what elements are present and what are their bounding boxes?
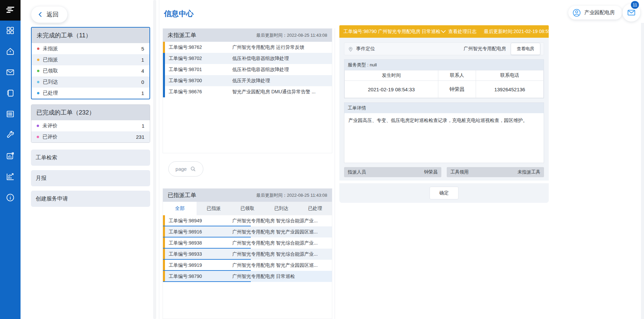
chevron-left-icon — [37, 11, 43, 18]
info-icon[interactable] — [5, 192, 15, 202]
order-row[interactable]: 工单编号:98676 智光产业园配电房 DMU通信异常告警 ... — [163, 86, 332, 97]
tab-all[interactable]: 全部 — [163, 202, 197, 215]
user-account-button[interactable]: 产业园配电房 — [568, 6, 622, 20]
mail-icon[interactable] — [5, 67, 15, 77]
order-id: 工单编号:98938 — [165, 240, 232, 246]
stat-count: 0 — [141, 79, 144, 85]
order-row[interactable]: 工单编号:98933 广州智光专用配电房 智光综合能源产业... — [163, 249, 332, 260]
order-row[interactable]: 工单编号:98949 广州智光专用配电房 智光综合能源产业... — [163, 215, 332, 226]
status-dot — [37, 59, 39, 61]
order-details-label: 工单详情 — [344, 103, 544, 113]
stat-row-unassigned[interactable]: 未指派 5 — [32, 43, 149, 54]
statistics-icon[interactable] — [5, 171, 15, 182]
view-log-label: 查看处理日志 — [448, 29, 477, 35]
sidebar-item-monthly-report[interactable]: 月报 — [31, 170, 150, 186]
assignee-label: 指派人员 — [348, 169, 366, 175]
service-info-block: 服务类型 : null 发生时间 联系人 联系电话 2021-02-19 08:… — [344, 59, 544, 98]
left-panel-scrollbar[interactable] — [153, 0, 156, 319]
stat-row-arrived[interactable]: 已到达 0 — [32, 76, 149, 88]
view-room-button[interactable]: 查看电房 — [511, 43, 540, 55]
tools-box: 工具领用 未指派工具 — [447, 167, 544, 177]
work-list-icon[interactable] — [5, 109, 15, 119]
event-location-row: 事件定位 广州智光专用配电房 查看电房 — [344, 42, 544, 55]
stat-label: 已指派 — [43, 57, 58, 63]
stat-label: 已处理 — [43, 90, 58, 96]
order-row[interactable]: 工单编号:98700 低压开关故障处理 — [163, 75, 332, 86]
user-name: 产业园配电房 — [584, 9, 615, 16]
order-row[interactable]: 工单编号:98938 广州智光专用配电房 智光综合能源产业... — [163, 237, 332, 249]
tab-arrived[interactable]: 已到达 — [264, 202, 298, 215]
last-updated: 最后更新时间：2022-08-25 11:43:08 — [256, 192, 327, 198]
service-type: 服务类型 : null — [344, 60, 544, 70]
order-details-text: 产业园高压、专变、低压电房定时巡检检查记录，充电桩充电站巡视检查，园区维护。 — [344, 113, 544, 163]
link-label: 月报 — [36, 175, 46, 182]
order-row-selected[interactable]: 工单编号:98790 广州智光专用配电房 日常巡检 — [163, 271, 332, 282]
sidebar-rail — [0, 0, 21, 319]
col-header-time: 发生时间 — [345, 70, 438, 81]
order-desc: 广州智光专用配电房 日常巡检 — [232, 274, 332, 280]
detail-footer: 确定 — [339, 181, 549, 203]
tab-assigned[interactable]: 已指派 — [197, 202, 230, 215]
unassigned-orders-panel: 未指派工单 最后更新时间：2022-08-25 11:43:08 工单编号:98… — [163, 28, 332, 153]
stat-row-claimed[interactable]: 已领取 4 — [32, 65, 149, 76]
view-log-link[interactable]: 查看处理日志 — [441, 29, 477, 35]
order-id: 工单编号:98701 — [165, 67, 232, 73]
tab-processed[interactable]: 已处理 — [298, 202, 332, 215]
order-id: 工单编号:98919 — [165, 262, 232, 268]
stat-label: 未评价 — [42, 123, 58, 129]
order-row[interactable]: 工单编号:98702 低压补偿电容器组故障处理 — [163, 53, 332, 64]
order-row[interactable]: 工单编号:98919 广州智光专用配电房 智光产业园园区巡... — [163, 260, 332, 271]
assignee-box: 指派人员 钟荣昌 — [344, 167, 441, 177]
order-details-block: 工单详情 产业园高压、专变、低压电房定时巡检检查记录，充电桩充电站巡视检查，园区… — [344, 102, 544, 163]
stat-count: 1 — [141, 57, 144, 63]
order-id: 工单编号:98916 — [165, 229, 232, 235]
stat-row-unrated[interactable]: 未评价 1 — [31, 120, 150, 131]
order-desc: 广州智光专用配电房 智光产业园园区巡... — [232, 229, 332, 235]
mail-icon — [627, 8, 636, 17]
finished-orders-card: 已完成的工单（232） 未评价 1 已评价 231 — [31, 104, 150, 143]
report-chart-icon[interactable] — [5, 151, 15, 161]
order-row[interactable]: 工单编号:98916 广州智光专用配电房 智光产业园园区巡... — [163, 226, 332, 237]
confirm-button[interactable]: 确定 — [430, 187, 459, 199]
tools-icon[interactable] — [5, 130, 15, 140]
notebook-icon[interactable] — [5, 88, 15, 98]
stat-count: 1 — [141, 90, 144, 96]
detail-title: 工单编号:98790 广州智光专用配电房 日常巡检 — [343, 29, 441, 35]
order-detail-card: 工单编号:98790 广州智光专用配电房 日常巡检 查看处理日志 最后更新时间:… — [339, 25, 549, 203]
page-search[interactable]: page — [168, 161, 203, 177]
order-desc: 低压开关故障处理 — [232, 78, 332, 84]
stat-row-assigned[interactable]: 已指派 1 — [32, 54, 149, 65]
status-dot — [37, 70, 39, 72]
link-label: 工单检索 — [36, 154, 57, 161]
sidebar-item-order-search[interactable]: 工单检索 — [31, 150, 150, 166]
apps-icon[interactable] — [5, 25, 15, 35]
order-desc: 广州智光专用配电房 智光综合能源产业... — [232, 251, 332, 257]
sidebar-item-create-service-request[interactable]: 创建服务申请 — [31, 191, 150, 207]
status-dot — [37, 47, 39, 50]
stat-row-rated[interactable]: 已评价 231 — [31, 131, 150, 142]
order-id: 工单编号:98700 — [165, 78, 232, 84]
finished-orders-title: 已完成的工单（232） — [31, 105, 150, 120]
page-scrollbar[interactable] — [641, 23, 644, 319]
order-row[interactable]: 工单编号:98701 低压补偿电容器组故障处理 — [163, 64, 332, 75]
app-logo — [0, 0, 21, 21]
stat-count: 1 — [142, 123, 144, 129]
cell-contact-name: 钟荣昌 — [438, 81, 476, 98]
stat-count: 4 — [141, 68, 144, 74]
order-detail-header: 工单编号:98790 广州智光专用配电房 日常巡检 查看处理日志 最后更新时间:… — [339, 25, 549, 38]
event-location-label: 事件定位 — [356, 46, 375, 52]
home-energy-icon[interactable] — [5, 46, 15, 56]
search-icon — [190, 166, 196, 172]
back-button[interactable]: 返回 — [31, 6, 68, 23]
cell-occur-time: 2021-02-19 08:54:33 — [345, 81, 438, 98]
order-id: 工单编号:98933 — [165, 251, 232, 257]
back-label: 返回 — [46, 10, 59, 19]
contact-table: 发生时间 联系人 联系电话 2021-02-19 08:54:33 钟荣昌 13… — [344, 70, 544, 98]
tab-claimed[interactable]: 已领取 — [231, 202, 264, 215]
order-row[interactable]: 工单编号:98762 广州智光专用配电房 运行异常反馈 — [163, 42, 332, 53]
cell-contact-phone: 13926452136 — [476, 81, 544, 98]
order-desc: 广州智光专用配电房 智光综合能源产业... — [232, 218, 332, 224]
order-id: 工单编号:98762 — [165, 44, 232, 51]
stat-row-processed[interactable]: 已处理 1 — [32, 88, 149, 99]
page-title: 信息中心 — [164, 9, 194, 19]
